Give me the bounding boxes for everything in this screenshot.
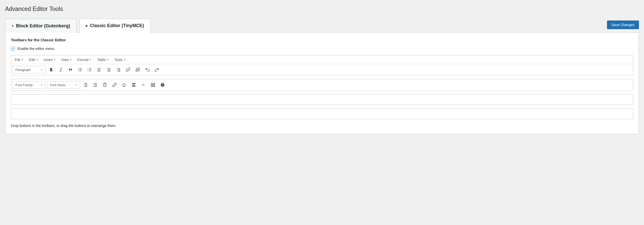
undo-icon <box>145 67 150 72</box>
paste-text-button[interactable]: T <box>101 81 109 89</box>
enable-editor-menu-checkbox[interactable] <box>11 47 15 51</box>
chevron-down-icon: ▼ <box>41 69 43 71</box>
align-center-button[interactable] <box>105 66 113 74</box>
unlink-button[interactable] <box>134 66 142 74</box>
menu-file[interactable]: File▼ <box>13 57 25 63</box>
menu-format[interactable]: Format▼ <box>76 57 93 63</box>
caret-down-icon: ▼ <box>11 25 14 27</box>
font-family-select[interactable]: Font Family ▼ <box>13 81 46 89</box>
chevron-down-icon: ▼ <box>41 84 43 86</box>
font-sizes-select[interactable]: Font Sizes ▼ <box>47 81 80 89</box>
clear-formatting-button[interactable] <box>110 81 119 89</box>
svg-rect-27 <box>85 85 87 86</box>
svg-rect-30 <box>95 84 97 85</box>
italic-icon <box>58 67 63 72</box>
check-icon <box>11 47 14 50</box>
chevron-down-icon: ▼ <box>22 59 24 61</box>
svg-point-2 <box>78 71 79 71</box>
table-icon <box>150 82 155 87</box>
link-icon <box>126 67 131 72</box>
redo-button[interactable] <box>153 66 161 74</box>
text-color-icon: A <box>141 82 146 87</box>
chevron-down-icon: ▼ <box>70 59 72 61</box>
menu-edit[interactable]: Edit▼ <box>27 57 40 63</box>
editor-toolbar-row-1[interactable]: Paragraph ▼ 123 <box>11 64 633 75</box>
list-ul-icon <box>77 67 83 72</box>
svg-rect-10 <box>89 69 91 70</box>
eraser-icon <box>112 82 117 87</box>
enable-editor-menu-label: Enable the editor menu. <box>17 47 55 51</box>
save-changes-button[interactable]: Save Changes <box>607 21 639 29</box>
bullet-list-button[interactable] <box>76 66 84 74</box>
chevron-down-icon: ▼ <box>36 59 38 61</box>
svg-rect-4 <box>80 69 82 70</box>
link-button[interactable] <box>124 66 132 74</box>
indent-button[interactable] <box>91 81 99 89</box>
svg-rect-34 <box>104 83 106 84</box>
svg-rect-9 <box>89 68 91 69</box>
editor-toolbar-box-2: Font Family ▼ Font Sizes ▼ T A ? <box>11 79 633 91</box>
svg-text:?: ? <box>162 83 164 86</box>
svg-rect-25 <box>84 83 87 84</box>
svg-rect-11 <box>89 71 91 71</box>
editor-toolbar-row-4[interactable] <box>11 109 633 119</box>
align-left-icon <box>97 67 102 72</box>
list-ol-icon: 123 <box>87 67 92 72</box>
numbered-list-button[interactable]: 123 <box>86 66 94 74</box>
svg-rect-29 <box>93 83 97 84</box>
tab-block-editor[interactable]: ▼ Block Editor (Gutenberg) <box>5 19 76 33</box>
clipboard-icon: T <box>102 82 107 87</box>
blockquote-button[interactable] <box>66 66 74 74</box>
menu-view-label: View <box>61 58 69 62</box>
editor-toolbar-row-2[interactable]: Font Family ▼ Font Sizes ▼ T A ? <box>11 79 633 90</box>
svg-rect-14 <box>97 70 101 71</box>
chevron-down-icon: ▼ <box>124 59 126 61</box>
svg-rect-22 <box>117 70 120 71</box>
redo-icon <box>154 67 160 72</box>
editor-toolbar-box-4 <box>11 108 633 119</box>
tab-classic-editor[interactable]: ▶ Classic Editor (TinyMCE) <box>80 19 150 33</box>
svg-point-0 <box>78 68 79 69</box>
svg-rect-28 <box>84 86 87 87</box>
page-break-icon <box>131 82 136 87</box>
settings-panel: Toolbars for the Classic Editor Enable t… <box>5 32 639 134</box>
menu-tools[interactable]: Tools▼ <box>113 57 127 63</box>
svg-rect-17 <box>108 69 110 70</box>
text-color-button[interactable]: A <box>139 81 147 89</box>
menu-format-label: Format <box>77 58 88 62</box>
bold-button[interactable] <box>47 66 55 74</box>
svg-rect-18 <box>107 70 110 71</box>
table-button[interactable] <box>149 81 157 89</box>
svg-point-1 <box>78 69 79 70</box>
editor-menubar: File▼ Edit▼ Insert▼ View▼ Format▼ Table▼… <box>11 55 633 64</box>
tab-classic-editor-label: Classic Editor (TinyMCE) <box>90 23 144 28</box>
outdent-button[interactable] <box>82 81 90 89</box>
chevron-down-icon: ▼ <box>54 59 56 61</box>
paragraph-select[interactable]: Paragraph ▼ <box>13 66 46 73</box>
menu-table[interactable]: Table▼ <box>96 57 110 63</box>
section-title: Toolbars for the Classic Editor <box>11 38 633 42</box>
editor-toolbar-row-3[interactable] <box>11 95 633 105</box>
svg-rect-26 <box>85 84 87 85</box>
menu-view[interactable]: View▼ <box>60 57 73 63</box>
menu-tools-label: Tools <box>114 58 123 62</box>
outdent-icon <box>83 82 88 87</box>
font-sizes-select-label: Font Sizes <box>50 83 65 87</box>
svg-text:T: T <box>104 84 106 86</box>
special-character-button[interactable] <box>120 81 128 89</box>
svg-rect-15 <box>97 71 100 72</box>
help-icon: ? <box>160 82 165 87</box>
svg-text:A: A <box>142 83 145 87</box>
menu-table-label: Table <box>97 58 106 62</box>
enable-editor-menu-row[interactable]: Enable the editor menu. <box>11 47 633 51</box>
undo-button[interactable] <box>143 66 151 74</box>
align-right-button[interactable] <box>114 66 123 74</box>
align-left-button[interactable] <box>95 66 103 74</box>
menu-edit-label: Edit <box>29 58 35 62</box>
help-button[interactable]: ? <box>159 81 167 89</box>
chevron-down-icon: ▼ <box>90 59 92 61</box>
chevron-down-icon: ▼ <box>107 59 109 61</box>
italic-button[interactable] <box>57 66 65 74</box>
read-more-button[interactable] <box>130 81 138 89</box>
menu-insert[interactable]: Insert▼ <box>42 57 57 63</box>
